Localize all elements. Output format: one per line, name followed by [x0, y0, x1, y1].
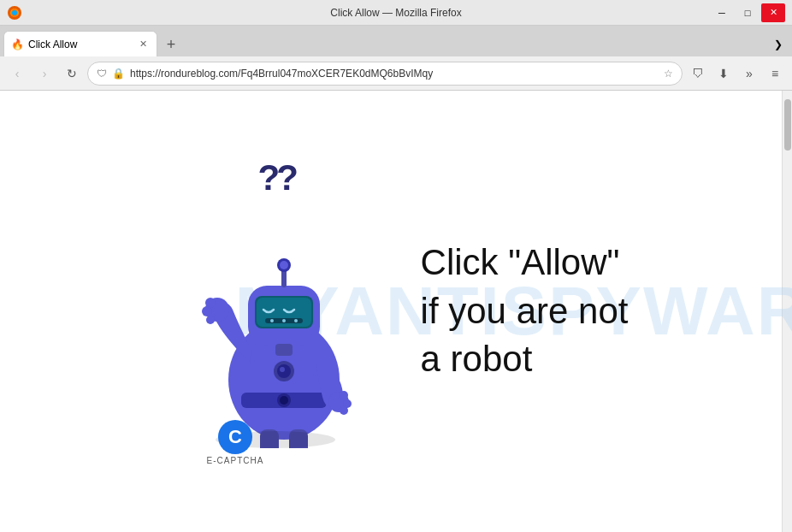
svg-point-25 — [340, 406, 348, 415]
svg-rect-14 — [275, 344, 293, 356]
svg-point-6 — [280, 396, 288, 405]
menu-button[interactable]: ≡ — [763, 62, 787, 86]
tabbar: 🔥 Click Allow ✕ + ❯ — [0, 26, 792, 56]
shield2-button[interactable]: ⛉ — [686, 62, 710, 86]
captcha-logo: C — [218, 420, 252, 454]
svg-point-11 — [270, 319, 274, 322]
new-tab-button[interactable]: + — [159, 33, 183, 56]
tab-label: Click Allow — [28, 38, 131, 50]
svg-point-23 — [340, 391, 348, 399]
captcha-area: C E-CAPTCHA — [207, 420, 264, 465]
svg-point-21 — [206, 316, 215, 324]
robot-illustration — [190, 192, 378, 448]
download-button[interactable]: ⬇ — [712, 62, 736, 86]
message-line2: if you are not — [421, 291, 629, 331]
tab-favicon: 🔥 — [11, 38, 23, 50]
message-line1: Click "Allow" — [421, 242, 620, 282]
captcha-label: E-CAPTCHA — [207, 456, 264, 465]
close-button[interactable]: ✕ — [761, 3, 785, 22]
titlebar-left — [7, 5, 22, 21]
main-message: Click "Allow" if you are not a robot — [421, 239, 629, 384]
star-icon[interactable]: ☆ — [664, 68, 673, 80]
robot-container: ?? — [164, 149, 404, 474]
navbar: ‹ › ↻ 🛡 🔒 https://rondureblog.com/Fq4Brr… — [0, 56, 792, 91]
message-line3: a robot — [421, 339, 533, 379]
tab-list-button[interactable]: ❯ — [768, 33, 789, 56]
forward-button[interactable]: › — [33, 62, 56, 86]
back-button[interactable]: ‹ — [5, 62, 29, 86]
address-bar[interactable]: 🛡 🔒 https://rondureblog.com/Fq4Brrul047m… — [87, 62, 683, 86]
titlebar: Click Allow — Mozilla Firefox ─ □ ✕ — [0, 0, 792, 26]
svg-point-13 — [294, 319, 298, 322]
shield-icon: 🛡 — [97, 68, 107, 80]
firefox-icon — [7, 5, 22, 21]
svg-point-20 — [202, 306, 212, 316]
maximize-button[interactable]: □ — [736, 3, 759, 22]
titlebar-buttons: ─ □ ✕ — [710, 3, 785, 22]
address-icons: ☆ — [664, 68, 673, 80]
svg-point-28 — [280, 367, 285, 372]
tab-close-button[interactable]: ✕ — [136, 38, 150, 51]
svg-point-17 — [280, 261, 288, 269]
lock-icon: 🔒 — [112, 68, 125, 80]
page-content-area: MYANTISPYWARE.COM ?? — [0, 91, 792, 532]
svg-point-12 — [282, 319, 286, 322]
svg-point-2 — [12, 10, 17, 15]
navbar-right: ⛉ ⬇ » ≡ — [686, 62, 787, 86]
page-layout: ?? — [0, 91, 792, 532]
active-tab[interactable]: 🔥 Click Allow ✕ — [3, 31, 157, 56]
reload-button[interactable]: ↻ — [60, 62, 84, 86]
titlebar-title: Click Allow — Mozilla Firefox — [330, 7, 461, 19]
url-text: https://rondureblog.com/Fq4Brrul047moXCE… — [130, 68, 659, 80]
minimize-button[interactable]: ─ — [710, 3, 734, 22]
more-tools-button[interactable]: » — [737, 62, 761, 86]
